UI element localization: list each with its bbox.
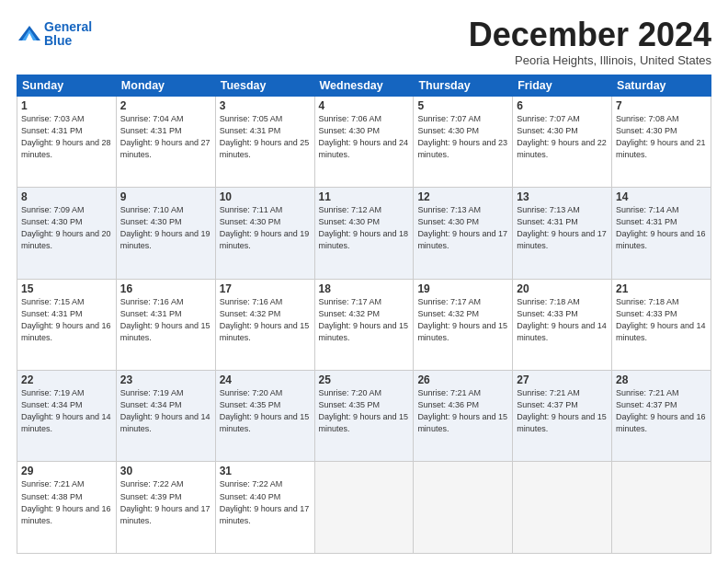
location: Peoria Heights, Illinois, United States	[469, 53, 711, 67]
day-number: 9	[120, 190, 211, 203]
title-block: December 2024 Peoria Heights, Illinois, …	[469, 17, 711, 67]
table-row	[414, 462, 513, 554]
day-detail: Sunrise: 7:13 AM Sunset: 4:31 PM Dayligh…	[517, 204, 608, 252]
day-number: 17	[220, 282, 311, 295]
day-detail: Sunrise: 7:21 AM Sunset: 4:37 PM Dayligh…	[517, 387, 608, 435]
table-row: 27 Sunrise: 7:21 AM Sunset: 4:37 PM Dayl…	[513, 371, 612, 462]
logo-blue: Blue	[44, 34, 92, 48]
table-row: 24 Sunrise: 7:20 AM Sunset: 4:35 PM Dayl…	[215, 371, 314, 462]
table-row: 4 Sunrise: 7:06 AM Sunset: 4:30 PM Dayli…	[314, 96, 414, 187]
day-detail: Sunrise: 7:21 AM Sunset: 4:38 PM Dayligh…	[21, 478, 112, 526]
table-row: 25 Sunrise: 7:20 AM Sunset: 4:35 PM Dayl…	[314, 371, 414, 462]
day-number: 8	[21, 190, 112, 203]
day-number: 20	[517, 282, 608, 295]
day-detail: Sunrise: 7:16 AM Sunset: 4:31 PM Dayligh…	[120, 296, 211, 344]
calendar-week-row: 1 Sunrise: 7:03 AM Sunset: 4:31 PM Dayli…	[17, 96, 711, 187]
day-number: 28	[616, 373, 707, 386]
table-row: 6 Sunrise: 7:07 AM Sunset: 4:30 PM Dayli…	[513, 96, 612, 187]
calendar-week-row: 22 Sunrise: 7:19 AM Sunset: 4:34 PM Dayl…	[17, 371, 711, 462]
day-number: 31	[220, 465, 311, 477]
day-number: 22	[21, 373, 112, 386]
day-number: 18	[319, 282, 410, 295]
table-row: 9 Sunrise: 7:10 AM Sunset: 4:30 PM Dayli…	[116, 188, 215, 279]
table-row: 15 Sunrise: 7:15 AM Sunset: 4:31 PM Dayl…	[17, 279, 117, 370]
month-title: December 2024	[469, 17, 711, 53]
day-detail: Sunrise: 7:06 AM Sunset: 4:30 PM Dayligh…	[319, 113, 410, 161]
day-detail: Sunrise: 7:14 AM Sunset: 4:31 PM Dayligh…	[616, 204, 707, 252]
day-detail: Sunrise: 7:19 AM Sunset: 4:34 PM Dayligh…	[120, 387, 211, 435]
day-detail: Sunrise: 7:07 AM Sunset: 4:30 PM Dayligh…	[517, 113, 608, 161]
day-number: 16	[120, 282, 211, 295]
day-number: 2	[120, 99, 211, 112]
calendar-header-row: Sunday Monday Tuesday Wednesday Thursday…	[17, 75, 711, 96]
table-row: 11 Sunrise: 7:12 AM Sunset: 4:30 PM Dayl…	[314, 188, 414, 279]
logo: General Blue	[17, 20, 92, 49]
col-friday: Friday	[513, 75, 612, 96]
day-detail: Sunrise: 7:21 AM Sunset: 4:36 PM Dayligh…	[417, 387, 508, 435]
day-detail: Sunrise: 7:18 AM Sunset: 4:33 PM Dayligh…	[616, 296, 707, 344]
table-row: 19 Sunrise: 7:17 AM Sunset: 4:32 PM Dayl…	[414, 279, 513, 370]
table-row: 31 Sunrise: 7:22 AM Sunset: 4:40 PM Dayl…	[215, 462, 314, 554]
table-row: 20 Sunrise: 7:18 AM Sunset: 4:33 PM Dayl…	[513, 279, 612, 370]
col-thursday: Thursday	[414, 75, 513, 96]
table-row: 14 Sunrise: 7:14 AM Sunset: 4:31 PM Dayl…	[612, 188, 711, 279]
calendar-table: Sunday Monday Tuesday Wednesday Thursday…	[17, 75, 711, 554]
day-detail: Sunrise: 7:19 AM Sunset: 4:34 PM Dayligh…	[21, 387, 112, 435]
day-number: 11	[319, 190, 410, 203]
header: General Blue December 2024 Peoria Height…	[17, 17, 711, 67]
col-saturday: Saturday	[612, 75, 711, 96]
day-number: 12	[417, 190, 508, 203]
table-row: 26 Sunrise: 7:21 AM Sunset: 4:36 PM Dayl…	[414, 371, 513, 462]
day-number: 13	[517, 190, 608, 203]
day-number: 23	[120, 373, 211, 386]
table-row: 23 Sunrise: 7:19 AM Sunset: 4:34 PM Dayl…	[116, 371, 215, 462]
day-detail: Sunrise: 7:15 AM Sunset: 4:31 PM Dayligh…	[21, 296, 112, 344]
day-number: 19	[417, 282, 508, 295]
day-detail: Sunrise: 7:11 AM Sunset: 4:30 PM Dayligh…	[220, 204, 311, 252]
calendar-week-row: 8 Sunrise: 7:09 AM Sunset: 4:30 PM Dayli…	[17, 188, 711, 279]
day-number: 21	[616, 282, 707, 295]
col-wednesday: Wednesday	[314, 75, 414, 96]
table-row: 8 Sunrise: 7:09 AM Sunset: 4:30 PM Dayli…	[17, 188, 117, 279]
table-row: 16 Sunrise: 7:16 AM Sunset: 4:31 PM Dayl…	[116, 279, 215, 370]
day-detail: Sunrise: 7:18 AM Sunset: 4:33 PM Dayligh…	[517, 296, 608, 344]
table-row: 18 Sunrise: 7:17 AM Sunset: 4:32 PM Dayl…	[314, 279, 414, 370]
logo-general: General	[44, 20, 92, 34]
col-sunday: Sunday	[17, 75, 117, 96]
day-detail: Sunrise: 7:05 AM Sunset: 4:31 PM Dayligh…	[220, 113, 311, 161]
day-number: 14	[616, 190, 707, 203]
day-number: 3	[220, 99, 311, 112]
day-detail: Sunrise: 7:07 AM Sunset: 4:30 PM Dayligh…	[417, 113, 508, 161]
day-number: 4	[319, 99, 410, 112]
day-number: 29	[21, 465, 112, 477]
table-row: 29 Sunrise: 7:21 AM Sunset: 4:38 PM Dayl…	[17, 462, 117, 554]
day-detail: Sunrise: 7:10 AM Sunset: 4:30 PM Dayligh…	[120, 204, 211, 252]
day-number: 15	[21, 282, 112, 295]
col-tuesday: Tuesday	[215, 75, 314, 96]
table-row: 22 Sunrise: 7:19 AM Sunset: 4:34 PM Dayl…	[17, 371, 117, 462]
day-number: 26	[417, 373, 508, 386]
calendar-week-row: 29 Sunrise: 7:21 AM Sunset: 4:38 PM Dayl…	[17, 462, 711, 554]
page: General Blue December 2024 Peoria Height…	[0, 0, 728, 563]
day-number: 24	[220, 373, 311, 386]
table-row	[513, 462, 612, 554]
day-number: 10	[220, 190, 311, 203]
day-detail: Sunrise: 7:22 AM Sunset: 4:39 PM Dayligh…	[120, 478, 211, 526]
table-row: 10 Sunrise: 7:11 AM Sunset: 4:30 PM Dayl…	[215, 188, 314, 279]
day-detail: Sunrise: 7:03 AM Sunset: 4:31 PM Dayligh…	[21, 113, 112, 161]
day-number: 1	[21, 99, 112, 112]
table-row: 21 Sunrise: 7:18 AM Sunset: 4:33 PM Dayl…	[612, 279, 711, 370]
day-number: 25	[319, 373, 410, 386]
table-row: 28 Sunrise: 7:21 AM Sunset: 4:37 PM Dayl…	[612, 371, 711, 462]
day-detail: Sunrise: 7:20 AM Sunset: 4:35 PM Dayligh…	[319, 387, 410, 435]
col-monday: Monday	[116, 75, 215, 96]
table-row: 12 Sunrise: 7:13 AM Sunset: 4:30 PM Dayl…	[414, 188, 513, 279]
table-row: 1 Sunrise: 7:03 AM Sunset: 4:31 PM Dayli…	[17, 96, 117, 187]
day-number: 6	[517, 99, 608, 112]
table-row: 7 Sunrise: 7:08 AM Sunset: 4:30 PM Dayli…	[612, 96, 711, 187]
logo-icon	[17, 24, 42, 44]
day-detail: Sunrise: 7:20 AM Sunset: 4:35 PM Dayligh…	[220, 387, 311, 435]
day-detail: Sunrise: 7:17 AM Sunset: 4:32 PM Dayligh…	[417, 296, 508, 344]
table-row: 17 Sunrise: 7:16 AM Sunset: 4:32 PM Dayl…	[215, 279, 314, 370]
table-row: 5 Sunrise: 7:07 AM Sunset: 4:30 PM Dayli…	[414, 96, 513, 187]
